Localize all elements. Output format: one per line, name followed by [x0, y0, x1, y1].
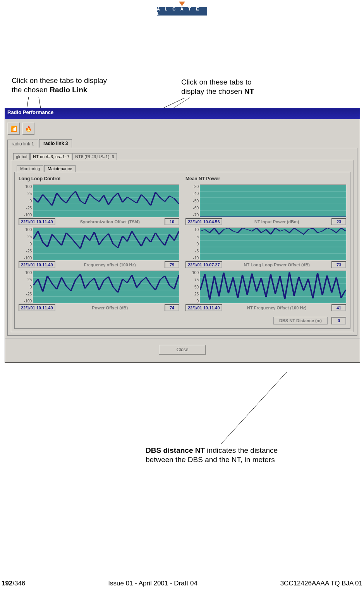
subtab-nt-on-rl-3-us-1-7[interactable]: NT on rl=3, us=1: 7	[30, 153, 72, 160]
annotation-radiolink: Click on these tabs to display the chose…	[12, 76, 120, 95]
radio-performance-window: Radio Performance 📶 🔥 radio link 1radio …	[5, 108, 360, 363]
dbs-distance-label: DBS NT Distance (m)	[273, 317, 328, 324]
chart-label: Power Offset (dB)	[58, 305, 162, 310]
chart-timestamp: 22/1/01 10.04.56	[185, 218, 222, 225]
chart-value: 10	[165, 218, 179, 225]
chart-value: 23	[331, 218, 346, 225]
toolbar: 📶 🔥	[5, 119, 360, 138]
brand-name: A L C A T E L	[157, 7, 207, 16]
tab-radio-link-3[interactable]: radio link 3	[39, 139, 72, 148]
tab-radio-link-1[interactable]: radio link 1	[7, 140, 38, 148]
dbs-distance-value: 0	[331, 317, 346, 324]
chart-timestamp: 22/1/01 10.07.27	[185, 261, 222, 268]
chart-label: NT Input Power (dBm)	[225, 219, 329, 224]
chart-label: NT Frequency Offset (100 Hz)	[225, 305, 329, 310]
close-button[interactable]: Close	[159, 345, 206, 355]
chart-nt-frequency-offset-100-hz-: 100755025022/1/01 10.11.49NT Frequency O…	[185, 271, 346, 311]
svg-line-4	[221, 372, 287, 444]
brand-logo: A L C A T E L	[157, 2, 207, 20]
page-total: /346	[12, 580, 25, 587]
chart-synchronization-offset-ts-4-: 100250-25-10022/1/01 10.11.49Synchroniza…	[19, 185, 179, 225]
chart-label: NT Long Loop Power Offset (dB)	[225, 262, 329, 267]
nt-tabs: globalNT on rl=3, us=1: 7NT6 (RL#3,US#1)…	[11, 151, 354, 160]
subtab-global[interactable]: global	[13, 153, 30, 160]
mtab-monitoring[interactable]: Monitoring	[17, 165, 43, 172]
subtab-nt6-rl-3-us-1-6[interactable]: NT6 (RL#3,US#1): 6	[72, 153, 117, 160]
chart-timestamp: 22/1/01 10.11.49	[19, 218, 55, 225]
long-loop-control-group: Long Loop Control 100250-25-10022/1/01 1…	[19, 176, 179, 311]
mtab-maintenance[interactable]: Maintenance	[44, 165, 76, 172]
fire-icon: 🔥	[25, 126, 32, 132]
annotation-distance: DBS distance NT indicates the distance b…	[146, 446, 308, 464]
toolbar-button-2[interactable]: 🔥	[22, 123, 34, 135]
group-title-left: Long Loop Control	[19, 176, 179, 181]
window-title: Radio Performance	[5, 108, 360, 119]
view-tabs: MonitoringMaintenance	[14, 163, 350, 172]
chart-timestamp: 22/1/01 10.11.49	[19, 261, 55, 268]
chart-label: Frequency offset (100 Hz)	[58, 262, 162, 267]
radio-link-tabs: radio link 1radio link 3	[5, 138, 360, 148]
chart-value: 41	[331, 304, 346, 311]
chart-icon: 📶	[10, 126, 17, 132]
chart-value: 79	[165, 261, 179, 268]
chart-nt-long-loop-power-offset-db-: 1050-5-1022/1/01 10.07.27NT Long Loop Po…	[185, 228, 346, 268]
chart-value: 73	[331, 261, 346, 268]
group-title-right: Mean NT Power	[185, 176, 346, 181]
chart-nt-input-power-dbm-: -30-40-50-60-7022/1/01 10.04.56NT Input …	[185, 185, 346, 225]
footer-issue: Issue 01 - April 2001 - Draft 04	[108, 580, 197, 587]
chart-power-offset-db-: 100250-25-10022/1/01 10.11.49Power Offse…	[19, 271, 179, 311]
page-footer: 192/346 Issue 01 - April 2001 - Draft 04…	[0, 580, 364, 587]
annotation-nt: Click on these tabs to display the chose…	[181, 78, 274, 96]
page-current: 192	[2, 580, 12, 587]
footer-doc: 3CC12426AAAA TQ BJA 01	[280, 580, 362, 587]
chart-frequency-offset-100-hz-: 100250-25-10022/1/01 10.11.49Frequency o…	[19, 228, 179, 268]
toolbar-button-1[interactable]: 📶	[7, 123, 20, 135]
brand-triangle-icon	[179, 2, 185, 6]
mean-nt-power-group: Mean NT Power -30-40-50-60-7022/1/01 10.…	[185, 176, 346, 311]
chart-timestamp: 22/1/01 10.11.49	[185, 304, 222, 311]
chart-label: Synchronization Offset (TS/4)	[58, 219, 162, 224]
chart-timestamp: 22/1/01 10.11.49	[19, 304, 55, 311]
chart-value: 74	[165, 304, 179, 311]
